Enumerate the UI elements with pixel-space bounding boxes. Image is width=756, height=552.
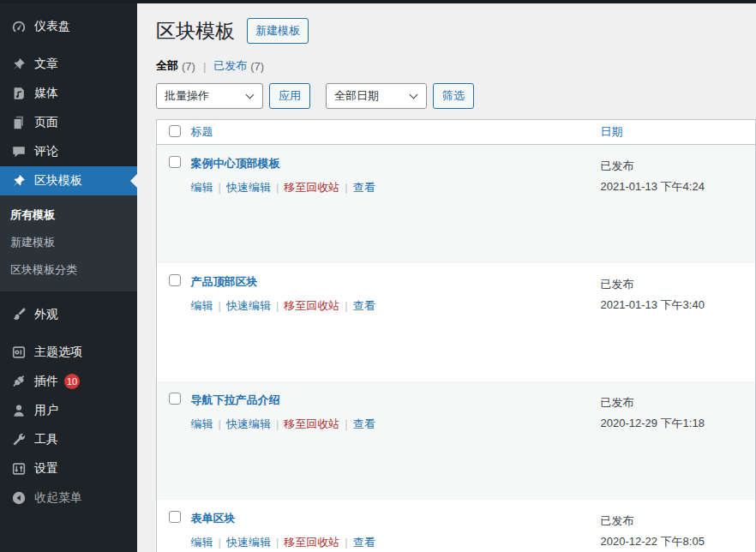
action-separator: | (276, 536, 279, 549)
sidebar-item-block-templates[interactable]: 区块模板 (0, 166, 137, 195)
sidebar-item-settings[interactable]: 设置 (0, 454, 137, 483)
sidebar-item-label: 外观 (34, 307, 58, 322)
date-filter-select[interactable]: 全部日期 (326, 83, 427, 109)
view-link[interactable]: 查看 (353, 181, 375, 194)
wrench-icon (10, 431, 27, 448)
sidebar-subitem-new-template[interactable]: 新建模板 (0, 229, 137, 256)
table-row: 导航下拉产品介绍 编辑|快速编辑|移至回收站|查看 已发布 2020-12-29… (157, 381, 756, 500)
sidebar-item-dashboard[interactable]: 仪表盘 (0, 12, 137, 41)
action-separator: | (345, 417, 347, 430)
plug-icon (10, 373, 27, 390)
menu-separator (0, 291, 137, 300)
admin-sidebar: 仪表盘 文章 媒体 页面 评论 (0, 3, 137, 552)
settings-sliders-icon (10, 460, 27, 477)
apply-button[interactable]: 应用 (269, 83, 310, 109)
action-separator: | (276, 417, 279, 430)
views-separator: | (203, 60, 206, 73)
sidebar-item-appearance[interactable]: 外观 (0, 300, 137, 329)
edit-link[interactable]: 编辑 (191, 299, 213, 312)
status-badge: 已发布 (601, 156, 756, 177)
sidebar-item-label: 仪表盘 (34, 19, 70, 34)
filter-button[interactable]: 筛选 (433, 83, 474, 109)
quick-edit-link[interactable]: 快速编辑 (226, 181, 271, 194)
pages-icon (10, 114, 27, 131)
sidebar-item-label: 用户 (34, 403, 58, 418)
action-separator: | (219, 536, 221, 549)
status-badge: 已发布 (601, 274, 756, 295)
trash-link[interactable]: 移至回收站 (284, 181, 339, 194)
row-checkbox[interactable] (169, 511, 181, 523)
select-all-checkbox[interactable] (169, 125, 181, 137)
comments-bubble-icon (10, 143, 27, 160)
sidebar-item-users[interactable]: 用户 (0, 396, 137, 425)
row-checkbox[interactable] (169, 393, 181, 405)
template-title-link[interactable]: 导航下拉产品介绍 (191, 393, 280, 406)
brush-icon (10, 306, 27, 323)
sidebar-item-label: 插件 (34, 374, 58, 389)
trash-link[interactable]: 移至回收站 (284, 536, 339, 549)
view-link[interactable]: 查看 (353, 299, 375, 312)
status-badge: 已发布 (601, 393, 756, 413)
row-checkbox[interactable] (169, 156, 181, 168)
templates-list-table: 标题 日期 案例中心顶部模板 编辑|快速编辑|移至回收站|查看 已发布 2 (156, 119, 756, 552)
sidebar-item-label: 设置 (34, 461, 58, 477)
action-separator: | (276, 299, 279, 312)
action-separator: | (345, 181, 347, 194)
sidebar-item-label: 收起菜单 (34, 490, 82, 506)
template-title-link[interactable]: 案例中心顶部模板 (191, 157, 280, 170)
sidebar-item-pages[interactable]: 页面 (0, 108, 137, 137)
edit-link[interactable]: 编辑 (191, 536, 213, 549)
sidebar-item-tools[interactable]: 工具 (0, 425, 137, 454)
action-separator: | (345, 299, 347, 312)
published-date: 2020-12-29 下午1:18 (601, 413, 756, 434)
action-separator: | (219, 181, 221, 194)
template-title-link[interactable]: 表单区块 (191, 512, 236, 525)
column-header-title[interactable]: 标题 (191, 125, 213, 138)
view-link[interactable]: 查看 (353, 536, 375, 549)
plugins-update-badge: 10 (64, 374, 80, 389)
published-date: 2021-01-13 下午4:24 (601, 177, 756, 197)
table-header-row: 标题 日期 (157, 120, 756, 145)
sidebar-item-posts[interactable]: 文章 (0, 50, 137, 79)
view-all-link[interactable]: 全部 (156, 58, 178, 74)
quick-edit-link[interactable]: 快速编辑 (226, 417, 271, 430)
sidebar-subitem-template-categories[interactable]: 区块模板分类 (0, 256, 137, 284)
sidebar-item-label: 区块模板 (34, 173, 82, 189)
theme-options-icon (10, 344, 27, 361)
trash-link[interactable]: 移至回收站 (284, 299, 339, 312)
pushpin-icon (10, 172, 27, 189)
sidebar-item-label: 页面 (34, 115, 58, 130)
bulk-action-select[interactable]: 批量操作 (156, 83, 263, 109)
chevron-down-icon (246, 91, 255, 99)
add-new-template-button[interactable]: 新建模板 (247, 18, 309, 44)
row-checkbox[interactable] (169, 274, 181, 286)
date-filter-selected-value: 全部日期 (334, 88, 379, 104)
edit-link[interactable]: 编辑 (191, 181, 213, 194)
view-all-count: (7) (182, 60, 195, 73)
quick-edit-link[interactable]: 快速编辑 (226, 299, 271, 312)
dashboard-gauge-icon (10, 18, 27, 35)
quick-edit-link[interactable]: 快速编辑 (226, 536, 271, 549)
sidebar-item-theme-options[interactable]: 主题选项 (0, 338, 137, 367)
template-title-link[interactable]: 产品顶部区块 (191, 275, 258, 288)
sidebar-subitem-all-templates[interactable]: 所有模板 (0, 201, 137, 229)
published-date: 2021-01-13 下午3:40 (601, 295, 756, 315)
media-icon (10, 85, 27, 102)
sidebar-item-label: 文章 (34, 57, 58, 72)
view-link[interactable]: 查看 (353, 417, 375, 430)
action-separator: | (345, 536, 347, 549)
trash-link[interactable]: 移至回收站 (284, 417, 339, 430)
view-published-link[interactable]: 已发布 (213, 58, 247, 74)
sidebar-item-label: 媒体 (34, 86, 58, 101)
view-published-count: (7) (250, 60, 264, 73)
edit-link[interactable]: 编辑 (191, 417, 213, 430)
bulk-action-selected-value: 批量操作 (165, 88, 209, 104)
sidebar-item-media[interactable]: 媒体 (0, 79, 137, 108)
sidebar-item-comments[interactable]: 评论 (0, 137, 137, 166)
table-row: 案例中心顶部模板 编辑|快速编辑|移至回收站|查看 已发布 2021-01-13… (157, 145, 756, 263)
collapse-arrow-icon (10, 489, 27, 507)
pushpin-icon (10, 56, 27, 73)
column-header-date[interactable]: 日期 (601, 125, 623, 138)
sidebar-item-collapse-menu[interactable]: 收起菜单 (0, 483, 137, 513)
sidebar-item-plugins[interactable]: 插件 10 (0, 367, 137, 396)
